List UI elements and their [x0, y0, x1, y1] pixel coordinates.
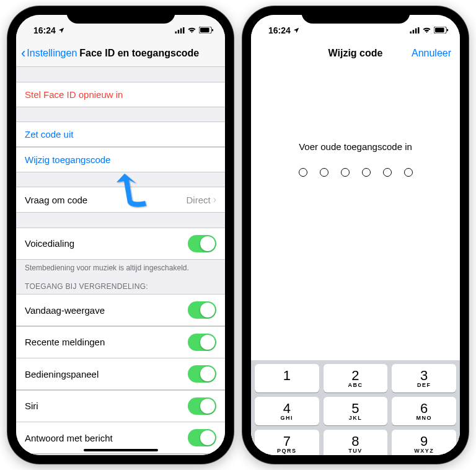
keypad-key-3[interactable]: 3DEF	[392, 364, 456, 392]
lock-access-label: Vandaag-weergave	[25, 305, 105, 316]
notch	[66, 6, 175, 24]
passcode-dot	[320, 168, 328, 177]
keypad-key-4[interactable]: 4GHI	[255, 397, 319, 425]
passcode-dots	[251, 168, 460, 177]
nav-title: Face ID en toegangscode	[79, 48, 199, 59]
screen-right: 16:24 Wijzig code Annuleer	[251, 15, 460, 455]
key-number: 8	[351, 435, 359, 448]
voicedial-note: Stembediening voor muziek is altijd inge…	[16, 260, 225, 273]
settings-list[interactable]: Stel Face ID opnieuw in Zet code uit Wij…	[16, 67, 225, 455]
passcode-dot	[404, 168, 413, 177]
key-letters: ABC	[348, 382, 363, 388]
lock-access-header: TOEGANG BIJ VERGRENDELING:	[16, 273, 225, 295]
cellular-icon	[175, 25, 185, 35]
key-number: 7	[283, 435, 291, 448]
key-letters: PQRS	[277, 448, 297, 454]
lock-access-row: Vandaag-weergave	[16, 294, 225, 326]
passcode-dot	[341, 168, 350, 177]
passcode-dot	[383, 168, 392, 177]
keypad-key-6[interactable]: 6MNO	[392, 397, 456, 425]
lock-access-toggle[interactable]	[188, 301, 216, 319]
require-label: Vraag om code	[25, 195, 87, 205]
location-icon	[293, 25, 299, 35]
battery-icon	[434, 25, 449, 35]
lock-access-row: Bedieningspaneel	[16, 358, 225, 390]
lock-access-toggle[interactable]	[188, 334, 216, 351]
key-letters: JKL	[349, 415, 363, 421]
key-number: 4	[283, 402, 291, 415]
key-letters: DEF	[417, 382, 431, 388]
nav-bar: Wijzig code Annuleer	[251, 40, 460, 67]
passcode-prompt: Voer oude toegangscode in	[251, 141, 460, 152]
lock-access-label: Antwoord met bericht	[25, 433, 113, 443]
keypad-key-5[interactable]: 5JKL	[324, 397, 388, 425]
lock-access-label: Siri	[25, 401, 38, 411]
lock-access-row: Woningbeheer	[16, 454, 225, 456]
lock-access-toggle[interactable]	[188, 397, 216, 415]
svg-rect-6	[212, 29, 213, 32]
key-letters: GHI	[281, 415, 294, 421]
change-passcode[interactable]: Wijzig toegangscode	[16, 147, 225, 172]
nav-title: Wijzig code	[328, 48, 383, 59]
key-number: 9	[420, 435, 428, 448]
svg-rect-12	[435, 28, 444, 32]
back-button[interactable]: ‹ Instellingen	[21, 47, 77, 60]
voicedialing-row: Voicedialing	[16, 228, 225, 260]
key-letters: MNO	[416, 415, 432, 421]
key-number: 2	[351, 369, 359, 383]
key-number: 5	[351, 402, 359, 415]
chevron-right-icon: ›	[213, 194, 216, 205]
svg-rect-3	[183, 27, 185, 33]
key-number: 6	[420, 402, 428, 415]
lock-access-label: Bedieningspaneel	[25, 369, 99, 379]
svg-rect-9	[415, 29, 417, 33]
key-number: 1	[283, 369, 291, 383]
require-passcode[interactable]: Vraag om code Direct ›	[16, 187, 225, 213]
wifi-icon	[187, 25, 196, 35]
back-label: Instellingen	[27, 48, 77, 59]
svg-rect-13	[447, 29, 448, 32]
require-value: Direct	[187, 195, 211, 205]
chevron-left-icon: ‹	[21, 47, 25, 60]
passcode-dot	[362, 168, 371, 177]
voicedial-toggle[interactable]	[188, 235, 216, 252]
battery-icon	[199, 25, 214, 35]
keypad-key-1[interactable]: 1	[255, 364, 319, 392]
keypad-key-9[interactable]: 9WXYZ	[392, 430, 456, 455]
nav-bar: ‹ Instellingen Face ID en toegangscode	[16, 40, 225, 67]
wifi-icon	[422, 25, 431, 35]
cancel-button[interactable]: Annuleer	[412, 48, 455, 59]
turn-passcode-off[interactable]: Zet code uit	[16, 122, 225, 147]
passcode-dot	[299, 168, 307, 177]
key-number: 3	[420, 369, 428, 383]
location-icon	[58, 25, 64, 35]
svg-rect-1	[178, 30, 180, 33]
notch	[301, 6, 410, 24]
keypad-key-2[interactable]: 2ABC	[324, 364, 388, 392]
lock-access-toggle[interactable]	[188, 429, 216, 446]
svg-rect-2	[180, 29, 182, 33]
lock-access-label: Recente meldingen	[25, 337, 105, 347]
svg-rect-10	[418, 27, 420, 33]
keypad-key-8[interactable]: 8TUV	[324, 430, 388, 455]
key-letters: TUV	[348, 448, 363, 454]
svg-rect-7	[410, 32, 412, 33]
phone-left: 16:24 ‹ Instellingen	[7, 6, 234, 464]
reset-face-id[interactable]: Stel Face ID opnieuw in	[16, 82, 225, 107]
svg-rect-8	[413, 30, 415, 33]
passcode-area: Voer oude toegangscode in 1 2ABC3DEF4GHI…	[251, 67, 460, 455]
voicedial-label: Voicedialing	[25, 238, 74, 249]
keypad-key-7[interactable]: 7PQRS	[255, 430, 319, 455]
cellular-icon	[410, 25, 420, 35]
screen-left: 16:24 ‹ Instellingen	[16, 15, 225, 455]
phone-right: 16:24 Wijzig code Annuleer	[242, 6, 469, 464]
numeric-keypad: 1 2ABC3DEF4GHI5JKL6MNO7PQRS8TUV9WXYZ0	[251, 360, 460, 455]
status-time: 16:24	[268, 25, 291, 35]
svg-rect-0	[175, 32, 177, 33]
svg-rect-5	[200, 28, 209, 32]
home-indicator[interactable]	[84, 449, 158, 451]
key-letters: WXYZ	[414, 448, 434, 454]
status-time: 16:24	[33, 25, 56, 35]
lock-access-row: Siri	[16, 390, 225, 422]
lock-access-toggle[interactable]	[188, 365, 216, 383]
